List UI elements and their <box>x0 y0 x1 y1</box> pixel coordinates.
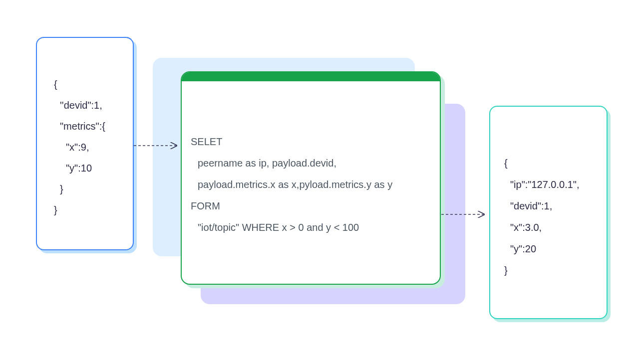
sql-line: FORM <box>191 195 431 217</box>
output-line: } <box>504 260 598 281</box>
sql-titlebar <box>182 72 440 81</box>
diagram-canvas: { ''devid":1, "metrics":{ "x":9, "y":10 … <box>0 0 634 364</box>
output-line: "ip":"127.0.0.1", <box>504 174 598 195</box>
input-line: } <box>54 199 120 220</box>
arrow-input-to-sql <box>134 142 182 150</box>
output-json-box: { "ip":"127.0.0.1", "devid":1, "x":3.0, … <box>489 106 608 319</box>
input-line: } <box>54 179 120 199</box>
output-line: "y":20 <box>504 238 598 260</box>
sql-line: peername as ip, payload.devid, <box>191 153 431 174</box>
sql-line: "iot/topic" WHERE x > 0 and y < 100 <box>191 217 431 238</box>
input-line: "metrics":{ <box>54 116 120 137</box>
output-line: "devid":1, <box>504 195 598 217</box>
sql-line: payload.metrics.x as x,pyload.metrics.y … <box>191 174 431 195</box>
output-line: "x":3.0, <box>504 217 598 238</box>
output-line: { <box>504 153 598 174</box>
sql-body: SELET peername as ip, payload.devid, pay… <box>182 81 440 250</box>
sql-line: SELET <box>191 131 431 153</box>
arrow-sql-to-output <box>441 210 489 218</box>
input-json-box: { ''devid":1, "metrics":{ "x":9, "y":10 … <box>36 37 134 250</box>
input-line: { <box>54 74 120 95</box>
input-line: "y":10 <box>54 158 120 179</box>
input-line: "x":9, <box>54 137 120 158</box>
sql-window: SELET peername as ip, payload.devid, pay… <box>181 71 441 285</box>
input-line: ''devid":1, <box>54 95 120 116</box>
